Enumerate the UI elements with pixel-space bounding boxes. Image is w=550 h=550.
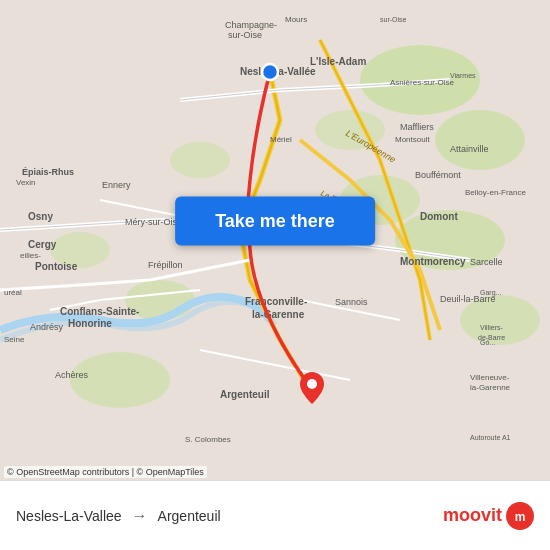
svg-text:Garg...: Garg... [480,289,501,297]
svg-text:Pontoise: Pontoise [35,261,78,272]
svg-text:Épiais-Rhus: Épiais-Rhus [22,167,74,177]
svg-text:Domont: Domont [420,211,458,222]
route-info: Nesles-La-Vallee → Argenteuil [16,507,443,525]
svg-text:Gó...: Gó... [480,339,495,346]
svg-point-59 [307,379,317,389]
svg-text:Mériel: Mériel [270,135,292,144]
svg-text:Champagne-: Champagne- [225,20,277,30]
svg-text:Vexin: Vexin [16,178,36,187]
svg-text:uréal: uréal [4,288,22,297]
svg-text:Villiers-: Villiers- [480,324,503,331]
take-me-there-button[interactable]: Take me there [175,196,375,245]
svg-text:Maffliers: Maffliers [400,122,434,132]
svg-text:L'Isle-Adam: L'Isle-Adam [310,56,366,67]
svg-text:Sarcelle: Sarcelle [470,257,503,267]
svg-text:la-Garenne: la-Garenne [470,383,511,392]
svg-text:Viarmes: Viarmes [450,72,476,79]
moovit-text: moovit [443,505,502,526]
svg-text:Montsoult: Montsoult [395,135,430,144]
svg-text:Belloy-en-France: Belloy-en-France [465,188,526,197]
svg-text:Ennery: Ennery [102,180,131,190]
svg-text:sur-Oise: sur-Oise [228,30,262,40]
moovit-logo: moovit m [443,502,534,530]
svg-text:S. Colombes: S. Colombes [185,435,231,444]
svg-text:Conflans-Sainte-: Conflans-Sainte- [60,306,139,317]
svg-text:Mours: Mours [285,15,307,24]
svg-text:Autoroute A1: Autoroute A1 [470,434,511,441]
svg-text:sur-Oise: sur-Oise [380,16,407,23]
svg-text:Méry-sur-Oise: Méry-sur-Oise [125,217,182,227]
svg-text:Honorine: Honorine [68,318,112,329]
svg-text:Sannois: Sannois [335,297,368,307]
svg-text:Osny: Osny [28,211,53,222]
destination-label: Argenteuil [158,508,221,524]
bottom-bar: Nesles-La-Vallee → Argenteuil moovit m [0,480,550,550]
svg-text:Andrésy: Andrésy [30,322,64,332]
svg-text:Attainville: Attainville [450,144,489,154]
svg-text:Franconville-: Franconville- [245,296,307,307]
svg-text:la-Garenne: la-Garenne [252,309,305,320]
svg-text:Cergy: Cergy [28,239,57,250]
map-attribution: © OpenStreetMap contributors | © OpenMap… [4,466,207,478]
svg-text:m: m [515,510,526,524]
svg-text:Achères: Achères [55,370,89,380]
svg-text:Villeneuve-: Villeneuve- [470,373,510,382]
svg-text:eilles-: eilles- [20,251,41,260]
svg-text:Seine: Seine [4,335,25,344]
svg-point-2 [435,110,525,170]
origin-label: Nesles-La-Vallee [16,508,122,524]
moovit-icon: m [506,502,534,530]
svg-text:Asnières-sur-Oise: Asnières-sur-Oise [390,78,455,87]
map-container: L'Européenne La Francilienne Épiais-Rhus… [0,0,550,480]
svg-point-9 [170,142,230,178]
svg-text:Frépillon: Frépillon [148,260,183,270]
svg-text:Montmorency: Montmorency [400,256,466,267]
svg-point-8 [70,352,170,408]
svg-point-58 [262,64,278,80]
arrow-icon: → [132,507,148,525]
svg-text:Argenteuil: Argenteuil [220,389,270,400]
svg-text:Bouffémont: Bouffémont [415,170,461,180]
